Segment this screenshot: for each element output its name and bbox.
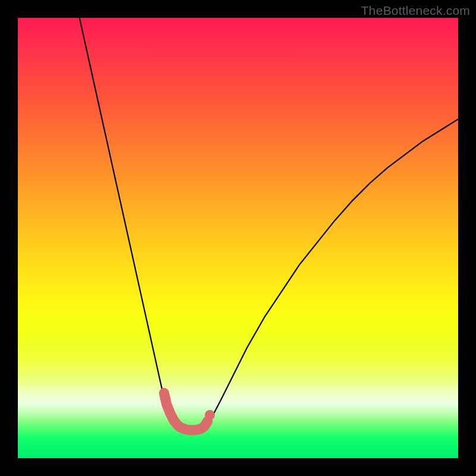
bottleneck-curve xyxy=(80,18,458,430)
chart-frame: TheBottleneck.com xyxy=(0,0,476,476)
curve-layer xyxy=(18,18,458,458)
watermark-text: TheBottleneck.com xyxy=(361,4,470,18)
marker-dot xyxy=(205,410,215,420)
marker-segment xyxy=(164,393,208,430)
plot-area xyxy=(18,18,458,458)
